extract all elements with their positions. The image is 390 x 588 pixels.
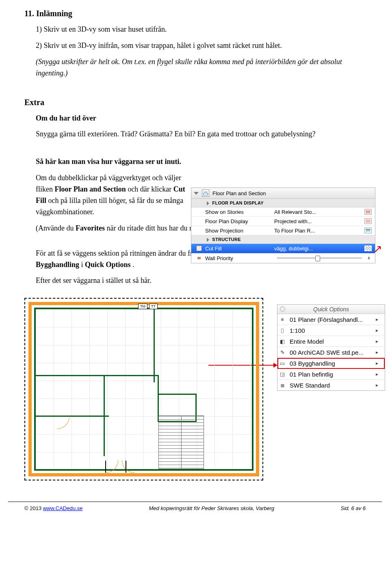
chevron-right-icon[interactable]: ▸ [376, 382, 383, 388]
qo-scale[interactable]: ⌷ 1:100 ▸ [277, 325, 385, 336]
stairs-icon [158, 416, 204, 469]
standard-icon: ≣ [279, 382, 286, 388]
tag-tt: TT [149, 304, 158, 309]
extra-bold: Om du har tid över [24, 113, 366, 124]
stories-icon [364, 209, 372, 215]
row-floor-plan-display[interactable]: Floor Plan Display Projected with... [191, 217, 375, 226]
tag-tm: TM [138, 304, 147, 309]
walls-heading: Så här kan man visa hur väggarna ser ut … [36, 156, 366, 168]
close-icon[interactable] [280, 306, 285, 312]
section-change-2: Efter det ser väggarna i stället ut så h… [36, 275, 366, 286]
slider-thumb[interactable] [315, 256, 320, 261]
row-show-projection[interactable]: Show Projection To Floor Plan R... [191, 226, 375, 235]
extra-heading: Extra [24, 98, 366, 107]
item-1: 1) Skriv ut en 3D-vy som visar huset uti… [24, 24, 366, 35]
italic-note: (Snygga utskrifter är helt ok. Om t.ex. … [24, 56, 366, 79]
scale-icon: ⌷ [279, 327, 286, 333]
panel-title: Floor Plan and Section [212, 190, 266, 196]
copyright: © 2013 [24, 505, 43, 511]
chevron-right-icon[interactable]: ▸ [376, 338, 383, 344]
layers-icon: ≡ [279, 317, 286, 322]
cut-fill-pattern-icon[interactable] [364, 246, 372, 251]
page-footer: © 2013 www.CADedu.se Med kopieringsrätt … [8, 502, 382, 519]
model-icon: ◧ [279, 338, 286, 344]
walls-paragraph-1: Om du dubbelklickar på väggverktyget och… [36, 172, 194, 218]
cut-fill-icon [196, 246, 202, 251]
projection-icon [364, 228, 372, 233]
quick-options-panel[interactable]: Quick Options ≡ 01 Planer (Förslagshandl… [277, 304, 385, 391]
row-wall-priority[interactable]: Wall Priority 6 [191, 253, 375, 263]
qo-pen[interactable]: ✎ 00 ArchiCAD SWE std.pe... ▸ [277, 347, 385, 358]
red-arrow-icon: ↗ [373, 243, 382, 254]
chevron-right-icon[interactable]: ▸ [376, 327, 383, 333]
wall-priority-icon [196, 255, 202, 261]
svg-rect-3 [366, 220, 370, 223]
qo-bygghandling[interactable]: ▭ 03 Bygghandling ▸ [277, 358, 385, 369]
quick-options-title: Quick Options [277, 305, 385, 314]
chevron-right-icon[interactable]: ▸ [376, 317, 383, 322]
svg-rect-4 [366, 229, 370, 230]
svg-rect-8 [197, 257, 201, 259]
svg-rect-5 [366, 230, 370, 232]
section-tool-icon [202, 190, 209, 197]
door-icon [57, 416, 73, 433]
footer-page-num: Sid. 6 av 6 [341, 505, 366, 511]
group-structure[interactable]: STRUCTURE [191, 235, 375, 244]
qo-entire-model[interactable]: ◧ Entire Model ▸ [277, 336, 385, 347]
footer-link[interactable]: www.CADedu.se [43, 505, 83, 511]
footer-mid: Med kopieringsrätt för Peder Skrivares s… [149, 505, 275, 511]
door-icon [126, 460, 142, 476]
pen-icon: ✎ [279, 349, 286, 355]
floor-plan-drawing: TM TT [24, 298, 263, 480]
group-floor-plan-display[interactable]: FLOOR PLAN DISPLAY [191, 199, 375, 207]
section-heading: 11. Inlämning [24, 9, 366, 18]
qo-planer[interactable]: ≡ 01 Planer (Förslagshandl... ▸ [277, 314, 385, 325]
qo-plan-befintlig[interactable]: ◲ 01 Plan befintlig ▸ [277, 369, 385, 380]
svg-rect-0 [204, 193, 208, 195]
priority-value-icon: 6 [364, 256, 373, 260]
qo-swe-standard[interactable]: ≣ SWE Standard ▸ [277, 380, 385, 390]
chevron-right-icon[interactable]: ▸ [376, 371, 383, 377]
drawing-icon: ▭ [279, 360, 286, 366]
row-cut-fill[interactable]: Cut Fill vägg, dubbelgi... [191, 244, 375, 253]
collapse-icon[interactable] [194, 192, 199, 195]
row-show-on-stories[interactable]: Show on Stories All Relevant Sto... [191, 207, 375, 217]
door-icon [106, 460, 122, 476]
plan-icon: ◲ [279, 371, 286, 377]
item-2: 2) Skriv ut en 3D-vy inifrån, som visar … [24, 40, 366, 52]
extra-line: Snygga gärna till exteriören. Träd? Gräs… [24, 129, 366, 140]
svg-rect-2 [366, 210, 370, 213]
display-icon [364, 218, 372, 224]
chevron-right-icon[interactable]: ▸ [376, 360, 383, 366]
chevron-right-icon[interactable]: ▸ [376, 349, 383, 355]
floor-plan-section-panel[interactable]: Floor Plan and Section FLOOR PLAN DISPLA… [191, 187, 375, 263]
